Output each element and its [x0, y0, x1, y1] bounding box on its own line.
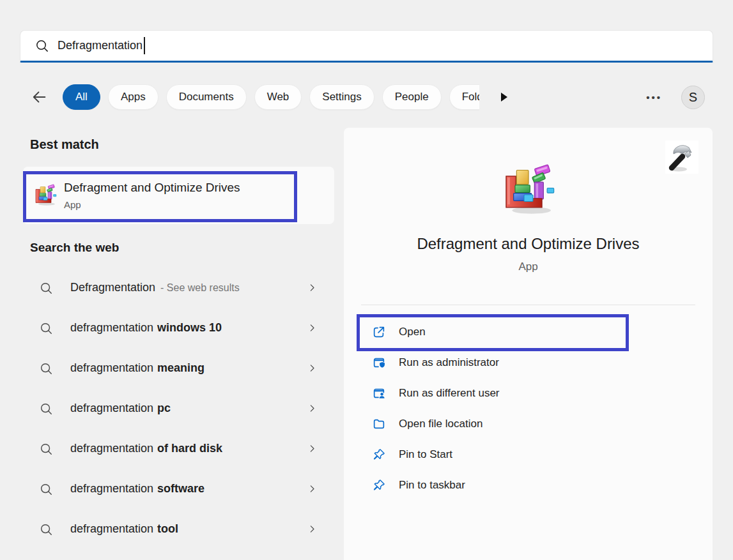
- filter-tab-documents[interactable]: Documents: [166, 84, 247, 110]
- run-as-different-user-button[interactable]: Run as different user: [344, 378, 713, 409]
- pin-to-taskbar-button[interactable]: Pin to taskbar: [344, 470, 713, 501]
- search-icon: [35, 38, 49, 53]
- back-arrow-icon: [30, 88, 48, 106]
- chevron-right-icon[interactable]: [307, 322, 318, 333]
- search-input[interactable]: Defragmentation: [20, 30, 713, 63]
- pin-icon: [372, 478, 386, 492]
- search-query-text: Defragmentation: [58, 39, 143, 52]
- play-icon: [496, 89, 511, 105]
- filter-tab-web[interactable]: Web: [254, 84, 302, 110]
- scroll-tabs-right-button[interactable]: [495, 88, 513, 106]
- chevron-right-icon[interactable]: [307, 443, 318, 454]
- preview-app-subtitle: App: [344, 261, 713, 273]
- filter-tab-apps[interactable]: Apps: [108, 84, 158, 110]
- best-match-subtitle: App: [64, 199, 240, 210]
- web-suggestion-row[interactable]: defragmentationof hard disk: [23, 428, 334, 469]
- search-icon: [39, 361, 53, 375]
- pin-icon: [372, 448, 386, 462]
- web-suggestion-row[interactable]: defragmentationtool: [23, 509, 334, 549]
- search-icon: [39, 402, 53, 416]
- run-as-admin-icon: [372, 356, 386, 370]
- filter-tabs: AllAppsDocumentsWebSettingsPeopleFolders: [63, 83, 479, 111]
- best-match-result[interactable]: Defragment and Optimize Drives App: [23, 167, 334, 224]
- search-the-web-heading: Search the web: [30, 241, 119, 255]
- defrag-app-icon: [34, 184, 57, 207]
- filter-tab-folders[interactable]: Folders: [449, 84, 479, 110]
- user-avatar[interactable]: S: [681, 86, 705, 109]
- chevron-right-icon[interactable]: [307, 483, 318, 494]
- actions-list: Open Run as administrator Run as differe…: [344, 317, 713, 501]
- web-suggestion-row[interactable]: Defragmentation- See web results: [23, 268, 334, 308]
- preview-app-title: Defragment and Optimize Drives: [344, 235, 713, 253]
- best-match-heading: Best match: [30, 137, 99, 152]
- web-suggestion-row[interactable]: defragmentationpc: [23, 388, 334, 428]
- hammer-cursor-icon: [665, 140, 698, 174]
- back-button[interactable]: [27, 86, 50, 109]
- search-icon: [39, 281, 53, 295]
- divider: [361, 305, 695, 305]
- chevron-right-icon[interactable]: [307, 282, 318, 293]
- search-icon: [39, 321, 53, 335]
- filter-tab-settings[interactable]: Settings: [309, 84, 374, 110]
- search-icon: [39, 442, 53, 456]
- best-match-title: Defragment and Optimize Drives: [64, 181, 240, 195]
- open-external-icon: [372, 325, 386, 339]
- open-file-location-button[interactable]: Open file location: [344, 409, 713, 439]
- filter-tab-all[interactable]: All: [63, 84, 100, 110]
- search-icon: [39, 522, 53, 536]
- web-suggestion-row[interactable]: defragmentationsoftware: [23, 469, 334, 509]
- text-caret: [144, 37, 145, 54]
- web-suggestion-row[interactable]: defragmentationwindows 10: [23, 308, 334, 348]
- more-options-button[interactable]: •••: [642, 88, 666, 107]
- chevron-right-icon[interactable]: [307, 524, 318, 534]
- folder-icon: [372, 417, 386, 431]
- chevron-right-icon[interactable]: [307, 363, 318, 374]
- web-suggestion-row[interactable]: defragmentationmeaning: [23, 348, 334, 388]
- chevron-right-icon[interactable]: [307, 403, 318, 414]
- preview-panel: Defragment and Optimize Drives App Open …: [344, 128, 713, 560]
- open-button[interactable]: Open: [344, 317, 713, 347]
- pin-to-start-button[interactable]: Pin to Start: [344, 439, 713, 470]
- filter-tab-people[interactable]: People: [382, 84, 442, 110]
- filter-toolbar: AllAppsDocumentsWebSettingsPeopleFolders…: [20, 83, 713, 111]
- run-as-user-icon: [372, 386, 386, 400]
- web-suggestions-list: Defragmentation- See web results defragm…: [23, 268, 334, 549]
- run-as-administrator-button[interactable]: Run as administrator: [344, 347, 713, 378]
- search-icon: [39, 482, 53, 496]
- defrag-app-icon-large: [502, 163, 555, 217]
